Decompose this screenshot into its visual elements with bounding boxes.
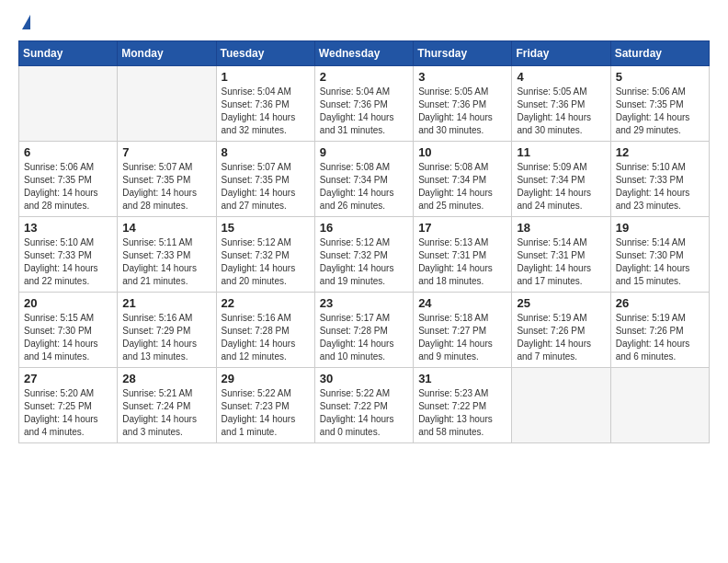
calendar-cell: 26Sunrise: 5:19 AMSunset: 7:26 PMDayligh…: [610, 293, 709, 368]
day-number: 5: [616, 70, 704, 84]
day-number: 4: [517, 70, 605, 84]
calendar-cell: 9Sunrise: 5:08 AMSunset: 7:34 PMDaylight…: [314, 142, 413, 217]
weekday-header-monday: Monday: [118, 41, 216, 66]
weekday-header-wednesday: Wednesday: [314, 41, 413, 66]
day-number: 19: [616, 221, 704, 235]
cell-details: Sunrise: 5:10 AMSunset: 7:33 PMDaylight:…: [24, 236, 112, 288]
calendar-cell: 20Sunrise: 5:15 AMSunset: 7:30 PMDayligh…: [19, 293, 118, 368]
day-number: 26: [616, 296, 704, 310]
weekday-header-saturday: Saturday: [610, 41, 709, 66]
day-number: 24: [418, 296, 506, 310]
weekday-header-thursday: Thursday: [414, 41, 512, 66]
day-number: 29: [222, 372, 310, 385]
day-number: 3: [418, 70, 506, 84]
logo: [18, 15, 30, 31]
calendar-cell: 27Sunrise: 5:20 AMSunset: 7:25 PMDayligh…: [19, 368, 118, 443]
cell-details: Sunrise: 5:17 AMSunset: 7:28 PMDaylight:…: [320, 312, 408, 363]
cell-details: Sunrise: 5:06 AMSunset: 7:35 PMDaylight:…: [24, 161, 112, 213]
day-number: 25: [517, 296, 605, 310]
day-number: 9: [320, 145, 408, 159]
day-number: 13: [24, 221, 112, 235]
calendar-cell: 13Sunrise: 5:10 AMSunset: 7:33 PMDayligh…: [19, 217, 118, 293]
day-number: 7: [122, 145, 210, 159]
cell-details: Sunrise: 5:23 AMSunset: 7:22 PMDaylight:…: [418, 387, 506, 439]
cell-details: Sunrise: 5:14 AMSunset: 7:31 PMDaylight:…: [517, 236, 605, 288]
day-number: 17: [418, 221, 506, 235]
cell-details: Sunrise: 5:09 AMSunset: 7:34 PMDaylight:…: [517, 161, 605, 213]
cell-details: Sunrise: 5:12 AMSunset: 7:32 PMDaylight:…: [222, 236, 310, 288]
day-number: 2: [320, 70, 408, 84]
calendar-table: SundayMondayTuesdayWednesdayThursdayFrid…: [18, 40, 710, 443]
cell-details: Sunrise: 5:13 AMSunset: 7:31 PMDaylight:…: [418, 236, 506, 288]
calendar-cell: 2Sunrise: 5:04 AMSunset: 7:36 PMDaylight…: [314, 66, 413, 142]
day-number: 11: [517, 145, 605, 159]
day-number: 16: [320, 221, 408, 235]
calendar-cell: 11Sunrise: 5:09 AMSunset: 7:34 PMDayligh…: [512, 142, 610, 217]
calendar-cell: [512, 368, 610, 443]
cell-details: Sunrise: 5:08 AMSunset: 7:34 PMDaylight:…: [320, 161, 408, 213]
calendar-cell: 16Sunrise: 5:12 AMSunset: 7:32 PMDayligh…: [314, 217, 413, 293]
day-number: 8: [222, 145, 310, 159]
cell-details: Sunrise: 5:20 AMSunset: 7:25 PMDaylight:…: [24, 387, 112, 439]
cell-details: Sunrise: 5:15 AMSunset: 7:30 PMDaylight:…: [24, 312, 112, 363]
weekday-header-tuesday: Tuesday: [216, 41, 314, 66]
day-number: 30: [320, 372, 408, 385]
day-number: 23: [320, 296, 408, 310]
calendar-cell: 24Sunrise: 5:18 AMSunset: 7:27 PMDayligh…: [414, 293, 512, 368]
calendar-cell: 8Sunrise: 5:07 AMSunset: 7:35 PMDaylight…: [216, 142, 314, 217]
page-header: [18, 15, 710, 31]
calendar-cell: 25Sunrise: 5:19 AMSunset: 7:26 PMDayligh…: [512, 293, 610, 368]
cell-details: Sunrise: 5:16 AMSunset: 7:29 PMDaylight:…: [122, 312, 210, 363]
cell-details: Sunrise: 5:22 AMSunset: 7:23 PMDaylight:…: [222, 387, 310, 439]
day-number: 18: [517, 221, 605, 235]
cell-details: Sunrise: 5:07 AMSunset: 7:35 PMDaylight:…: [122, 161, 210, 213]
cell-details: Sunrise: 5:19 AMSunset: 7:26 PMDaylight:…: [616, 312, 704, 363]
cell-details: Sunrise: 5:14 AMSunset: 7:30 PMDaylight:…: [616, 236, 704, 288]
day-number: 10: [418, 145, 506, 159]
cell-details: Sunrise: 5:12 AMSunset: 7:32 PMDaylight:…: [320, 236, 408, 288]
calendar-cell: 10Sunrise: 5:08 AMSunset: 7:34 PMDayligh…: [414, 142, 512, 217]
calendar-cell: 3Sunrise: 5:05 AMSunset: 7:36 PMDaylight…: [414, 66, 512, 142]
calendar-cell: 1Sunrise: 5:04 AMSunset: 7:36 PMDaylight…: [216, 66, 314, 142]
weekday-header-friday: Friday: [512, 41, 610, 66]
calendar-cell: [610, 368, 709, 443]
cell-details: Sunrise: 5:16 AMSunset: 7:28 PMDaylight:…: [222, 312, 310, 363]
calendar-cell: [19, 66, 118, 142]
day-number: 15: [222, 221, 310, 235]
cell-details: Sunrise: 5:05 AMSunset: 7:36 PMDaylight:…: [517, 86, 605, 137]
calendar-cell: 22Sunrise: 5:16 AMSunset: 7:28 PMDayligh…: [216, 293, 314, 368]
calendar-cell: 15Sunrise: 5:12 AMSunset: 7:32 PMDayligh…: [216, 217, 314, 293]
calendar-cell: 23Sunrise: 5:17 AMSunset: 7:28 PMDayligh…: [314, 293, 413, 368]
cell-details: Sunrise: 5:21 AMSunset: 7:24 PMDaylight:…: [122, 387, 210, 439]
weekday-header-sunday: Sunday: [19, 41, 118, 66]
calendar-cell: 28Sunrise: 5:21 AMSunset: 7:24 PMDayligh…: [118, 368, 216, 443]
day-number: 1: [222, 70, 310, 84]
cell-details: Sunrise: 5:07 AMSunset: 7:35 PMDaylight:…: [222, 161, 310, 213]
calendar-cell: 21Sunrise: 5:16 AMSunset: 7:29 PMDayligh…: [118, 293, 216, 368]
cell-details: Sunrise: 5:06 AMSunset: 7:35 PMDaylight:…: [616, 86, 704, 137]
day-number: 31: [418, 372, 506, 385]
calendar-cell: 29Sunrise: 5:22 AMSunset: 7:23 PMDayligh…: [216, 368, 314, 443]
cell-details: Sunrise: 5:22 AMSunset: 7:22 PMDaylight:…: [320, 387, 408, 439]
cell-details: Sunrise: 5:10 AMSunset: 7:33 PMDaylight:…: [616, 161, 704, 213]
cell-details: Sunrise: 5:04 AMSunset: 7:36 PMDaylight:…: [222, 86, 310, 137]
day-number: 6: [24, 145, 112, 159]
day-number: 21: [122, 296, 210, 310]
cell-details: Sunrise: 5:19 AMSunset: 7:26 PMDaylight:…: [517, 312, 605, 363]
cell-details: Sunrise: 5:18 AMSunset: 7:27 PMDaylight:…: [418, 312, 506, 363]
calendar-cell: 7Sunrise: 5:07 AMSunset: 7:35 PMDaylight…: [118, 142, 216, 217]
day-number: 14: [122, 221, 210, 235]
cell-details: Sunrise: 5:11 AMSunset: 7:33 PMDaylight:…: [122, 236, 210, 288]
day-number: 12: [616, 145, 704, 159]
day-number: 22: [222, 296, 310, 310]
calendar-cell: [118, 66, 216, 142]
cell-details: Sunrise: 5:05 AMSunset: 7:36 PMDaylight:…: [418, 86, 506, 137]
calendar-cell: 6Sunrise: 5:06 AMSunset: 7:35 PMDaylight…: [19, 142, 118, 217]
day-number: 20: [24, 296, 112, 310]
cell-details: Sunrise: 5:04 AMSunset: 7:36 PMDaylight:…: [320, 86, 408, 137]
calendar-cell: 17Sunrise: 5:13 AMSunset: 7:31 PMDayligh…: [414, 217, 512, 293]
calendar-cell: 30Sunrise: 5:22 AMSunset: 7:22 PMDayligh…: [314, 368, 413, 443]
calendar-cell: 31Sunrise: 5:23 AMSunset: 7:22 PMDayligh…: [414, 368, 512, 443]
calendar-cell: 12Sunrise: 5:10 AMSunset: 7:33 PMDayligh…: [610, 142, 709, 217]
day-number: 28: [122, 372, 210, 385]
